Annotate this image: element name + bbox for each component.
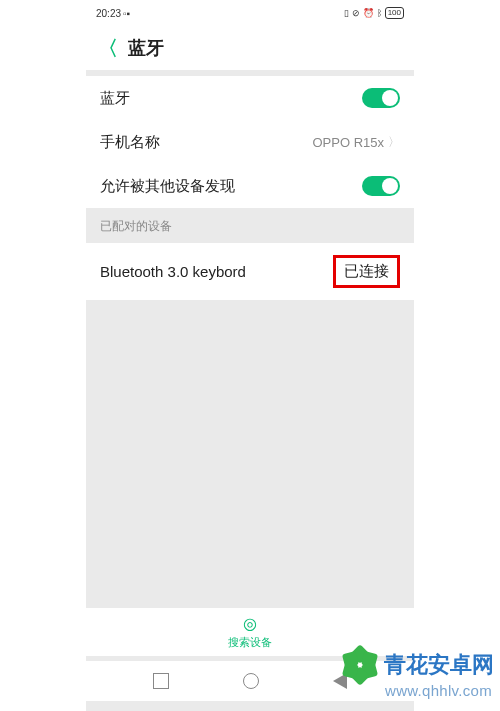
- discoverable-label: 允许被其他设备发现: [100, 177, 362, 196]
- discoverable-row[interactable]: 允许被其他设备发现: [86, 164, 414, 208]
- status-bar: 20:23 ▫︎▪︎ ▯ ⊘ ⏰ ᛒ 100: [86, 0, 414, 26]
- recents-button[interactable]: [153, 673, 169, 689]
- alarm-icon: ⏰: [363, 8, 374, 18]
- page-header: 〈 蓝牙: [86, 26, 414, 70]
- connection-status-badge: 已连接: [333, 255, 400, 288]
- phone-frame: 20:23 ▫︎▪︎ ▯ ⊘ ⏰ ᛒ 100 〈 蓝牙 蓝牙 手机名称: [86, 0, 414, 711]
- bluetooth-label: 蓝牙: [100, 89, 362, 108]
- dnd-icon: ⊘: [352, 8, 360, 18]
- page-title: 蓝牙: [128, 36, 164, 60]
- search-target-icon: ◎: [243, 614, 257, 633]
- search-devices-label: 搜索设备: [228, 635, 272, 650]
- discoverable-toggle[interactable]: [362, 176, 400, 196]
- phone-name-label: 手机名称: [100, 133, 312, 152]
- bluetooth-toggle[interactable]: [362, 88, 400, 108]
- bluetooth-settings-section: 蓝牙 手机名称 OPPO R15x 〉 允许被其他设备发现: [86, 76, 414, 208]
- bluetooth-toggle-row[interactable]: 蓝牙: [86, 76, 414, 120]
- status-time: 20:23: [96, 8, 121, 19]
- paired-section-header: 已配对的设备: [86, 208, 414, 243]
- signal-icon: ▫︎▪︎: [123, 8, 130, 19]
- empty-device-area: [86, 300, 414, 608]
- watermark-brand: 青花安卓网: [342, 647, 494, 683]
- paired-device-row[interactable]: Bluetooth 3.0 keybord 已连接: [86, 243, 414, 300]
- home-button[interactable]: [243, 673, 259, 689]
- phone-name-row[interactable]: 手机名称 OPPO R15x 〉: [86, 120, 414, 164]
- phone-name-value: OPPO R15x: [312, 135, 384, 150]
- back-button[interactable]: 〈: [98, 35, 118, 62]
- chevron-right-icon: 〉: [388, 134, 400, 151]
- watermark-brand-text: 青花安卓网: [384, 650, 494, 680]
- vibrate-icon: ▯: [344, 8, 349, 18]
- bluetooth-status-icon: ᛒ: [377, 8, 382, 18]
- paired-device-name: Bluetooth 3.0 keybord: [100, 263, 246, 280]
- watermark-url: www.qhhlv.com: [385, 682, 492, 699]
- battery-icon: 100: [385, 7, 404, 19]
- flower-icon: [342, 647, 378, 683]
